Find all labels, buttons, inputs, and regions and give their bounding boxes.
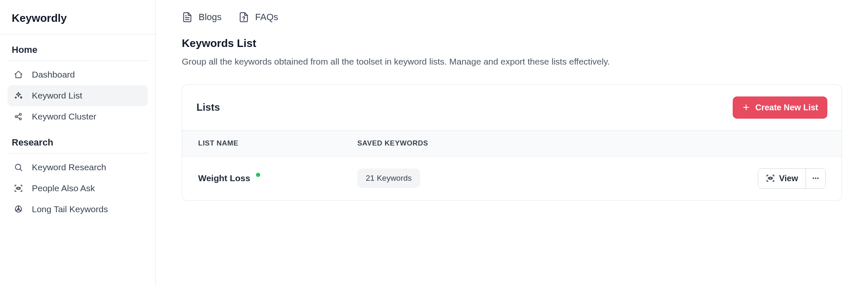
more-menu-button[interactable]: [806, 169, 825, 188]
eye-scan-icon: [766, 174, 775, 183]
button-label: Create New List: [755, 103, 818, 112]
brand: Keywordly: [0, 0, 155, 34]
topbar: Blogs FAQs: [156, 0, 868, 34]
table-row: Weight Loss 21 Keywords View: [182, 156, 842, 200]
brand-name: Keywordly: [12, 12, 144, 25]
row-actions: View: [742, 168, 826, 189]
sidebar-item-people-also-ask[interactable]: People Also Ask: [8, 178, 148, 199]
nav-section-research: Research Keyword Research People Also As…: [0, 127, 155, 220]
card-header: Lists Create New List: [182, 85, 842, 130]
sidebar-item-label: People Also Ask: [32, 183, 95, 193]
sidebar-item-long-tail-keywords[interactable]: Long Tail Keywords: [8, 199, 148, 220]
topbar-item-blogs[interactable]: Blogs: [182, 12, 222, 23]
sidebar-item-label: Keyword Research: [32, 162, 106, 172]
sidebar-item-keyword-list[interactable]: Keyword List: [8, 85, 148, 106]
section-title: Research: [8, 127, 148, 153]
card-title: Lists: [196, 101, 220, 113]
share-icon: [13, 112, 23, 122]
lists-card: Lists Create New List LIST NAME SAVED KE…: [182, 84, 842, 201]
column-header-saved-keywords: SAVED KEYWORDS: [357, 139, 742, 148]
row-list-name: Weight Loss: [198, 173, 357, 183]
radioactive-icon: [13, 204, 23, 214]
svg-point-10: [817, 177, 819, 179]
svg-point-7: [769, 177, 771, 179]
sidebar: Keywordly Home Dashboard Keyword List Ke…: [0, 0, 156, 286]
topbar-item-faqs[interactable]: FAQs: [238, 12, 278, 23]
create-new-list-button[interactable]: Create New List: [733, 96, 827, 119]
status-dot-icon: [256, 173, 260, 177]
table-header: LIST NAME SAVED KEYWORDS: [182, 130, 842, 156]
page-header: Keywords List Group all the keywords obt…: [156, 34, 868, 68]
nav-section-home: Home Dashboard Keyword List Keyword Clus…: [0, 34, 155, 127]
topbar-item-label: Blogs: [199, 12, 222, 23]
svg-point-6: [244, 20, 244, 20]
page-title: Keywords List: [182, 37, 842, 50]
svg-point-8: [813, 177, 814, 179]
sidebar-item-dashboard[interactable]: Dashboard: [8, 64, 148, 85]
sidebar-item-label: Keyword Cluster: [32, 112, 96, 122]
search-icon: [13, 162, 23, 172]
scan-eye-icon: [13, 183, 23, 193]
sidebar-item-label: Dashboard: [32, 70, 75, 80]
sidebar-item-keyword-research[interactable]: Keyword Research: [8, 157, 148, 178]
sparkles-icon: [13, 91, 23, 101]
plus-icon: [742, 103, 750, 112]
list-name-text: Weight Loss: [198, 173, 250, 183]
file-text-icon: [182, 12, 193, 23]
column-header-list-name: LIST NAME: [198, 139, 357, 148]
sidebar-item-label: Keyword List: [32, 91, 82, 101]
topbar-item-label: FAQs: [255, 12, 278, 23]
dots-horizontal-icon: [811, 174, 820, 183]
section-title: Home: [8, 34, 148, 61]
saved-keywords-chip: 21 Keywords: [357, 169, 420, 188]
svg-point-9: [815, 177, 816, 179]
page-subtitle: Group all the keywords obtained from all…: [182, 55, 842, 68]
row-action-group: View: [758, 168, 826, 189]
home-icon: [13, 70, 23, 80]
main-content: Blogs FAQs Keywords List Group all the k…: [156, 0, 868, 286]
row-saved-keywords: 21 Keywords: [357, 169, 742, 188]
view-button-label: View: [779, 174, 798, 183]
file-question-icon: [238, 12, 249, 23]
view-button[interactable]: View: [758, 169, 806, 188]
sidebar-item-label: Long Tail Keywords: [32, 204, 108, 214]
svg-point-4: [18, 187, 20, 190]
sidebar-item-keyword-cluster[interactable]: Keyword Cluster: [8, 106, 148, 127]
